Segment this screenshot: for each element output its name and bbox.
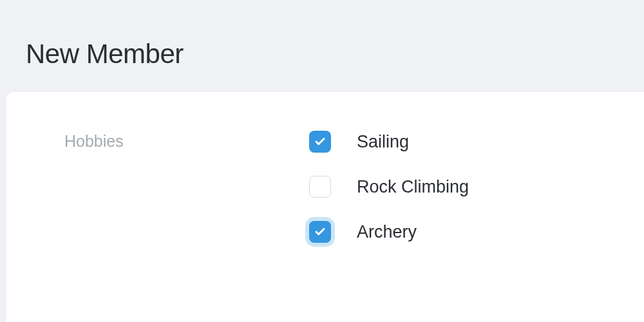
hobby-label-sailing: Sailing: [357, 132, 409, 152]
page-title: New Member: [0, 0, 644, 70]
hobbies-options: Sailing Rock Climbing Archery: [309, 131, 469, 243]
hobbies-label: Hobbies: [64, 131, 309, 151]
hobby-checkbox-sailing[interactable]: [309, 131, 331, 153]
hobby-checkbox-archery[interactable]: [309, 221, 331, 243]
hobby-option-sailing: Sailing: [309, 131, 469, 153]
form-card: Hobbies Sailing Rock Climbing: [6, 92, 644, 322]
hobby-label-archery: Archery: [357, 222, 417, 242]
hobby-checkbox-rock-climbing[interactable]: [309, 176, 331, 198]
hobby-label-rock-climbing: Rock Climbing: [357, 177, 469, 197]
check-icon: [314, 226, 326, 238]
check-icon: [314, 136, 326, 147]
hobby-option-archery: Archery: [309, 221, 469, 243]
hobby-option-rock-climbing: Rock Climbing: [309, 176, 469, 198]
hobbies-field: Hobbies Sailing Rock Climbing: [64, 131, 644, 243]
